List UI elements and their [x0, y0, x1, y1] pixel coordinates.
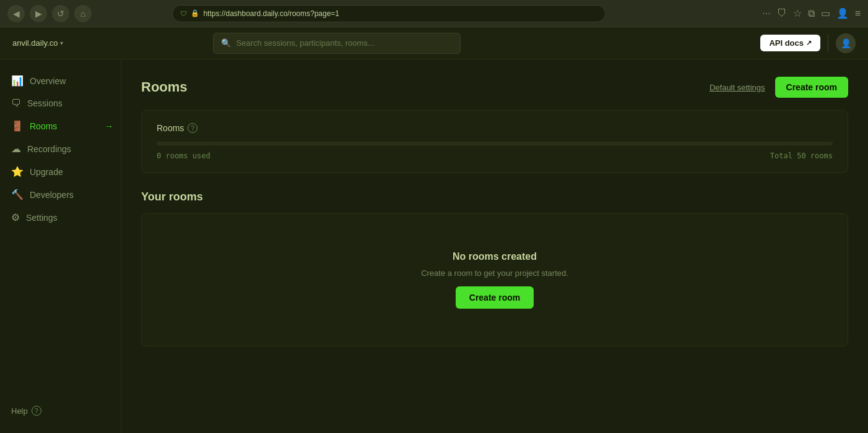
- help-icon: ?: [32, 406, 41, 416]
- sidebar: 📊 Overview 🗨 Sessions 🚪 Rooms → ☁ Record…: [0, 59, 121, 433]
- sidebar-item-recordings[interactable]: ☁ Recordings: [0, 137, 121, 160]
- star-icon[interactable]: ☆: [793, 7, 802, 19]
- page-header-actions: Default settings Create room: [710, 77, 848, 98]
- sidebar-item-rooms[interactable]: 🚪 Rooms →: [0, 114, 121, 137]
- rooms-progress-bar: [157, 142, 833, 145]
- developers-icon: 🔨: [11, 189, 24, 200]
- more-icon[interactable]: ···: [762, 8, 770, 19]
- rooms-used-label: 0 rooms used: [157, 152, 210, 160]
- upgrade-icon: ⭐: [11, 166, 24, 178]
- overview-icon: 📊: [11, 75, 24, 87]
- help-label: Help: [11, 406, 28, 416]
- sidebar-help[interactable]: Help ?: [0, 398, 121, 423]
- rooms-card-title: Rooms: [157, 123, 184, 133]
- home-button[interactable]: ⌂: [74, 5, 92, 22]
- tablet-icon[interactable]: ▭: [821, 7, 830, 19]
- chevron-down-icon: ▾: [60, 40, 63, 46]
- empty-rooms-title: No rooms created: [453, 251, 537, 262]
- address-bar[interactable]: 🛡 🔒 https://dashboard.daily.co/rooms?pag…: [172, 5, 605, 22]
- browser-right-controls: ··· ⛉ ☆ ⧉ ▭ 👤 ≡: [762, 7, 861, 19]
- default-settings-link[interactable]: Default settings: [710, 83, 765, 92]
- empty-rooms-card: No rooms created Create a room to get yo…: [141, 213, 848, 346]
- page-title: Rooms: [141, 79, 188, 95]
- sidebar-label-recordings: Recordings: [27, 144, 71, 154]
- header-search[interactable]: 🔍: [213, 33, 461, 54]
- library-icon[interactable]: ⧉: [808, 8, 815, 19]
- menu-icon[interactable]: ≡: [855, 8, 861, 19]
- active-arrow-icon: →: [105, 121, 113, 131]
- sessions-icon: 🗨: [11, 98, 21, 109]
- logo-text: anvil.daily.co: [12, 38, 58, 48]
- api-docs-button[interactable]: API docs ↗: [760, 35, 820, 51]
- pocket-icon[interactable]: ⛉: [777, 8, 787, 19]
- sidebar-label-sessions: Sessions: [27, 98, 63, 108]
- app-logo[interactable]: anvil.daily.co ▾: [12, 38, 63, 48]
- your-rooms-title: Your rooms: [141, 191, 848, 204]
- search-icon: 🔍: [221, 38, 231, 48]
- user-avatar[interactable]: 👤: [836, 33, 856, 53]
- api-docs-label: API docs: [769, 38, 804, 48]
- rooms-icon: 🚪: [11, 120, 24, 132]
- forward-button[interactable]: ▶: [30, 5, 47, 22]
- header-divider: [828, 35, 828, 52]
- shield-icon: 🛡: [180, 10, 187, 17]
- sidebar-item-upgrade[interactable]: ⭐ Upgrade: [0, 160, 121, 183]
- header-right: API docs ↗ 👤: [760, 33, 856, 53]
- sidebar-spacer: [0, 229, 121, 398]
- reload-button[interactable]: ↺: [52, 5, 69, 22]
- sidebar-item-sessions[interactable]: 🗨 Sessions: [0, 92, 121, 114]
- sidebar-item-developers[interactable]: 🔨 Developers: [0, 183, 121, 206]
- sidebar-item-settings[interactable]: ⚙ Settings: [0, 206, 121, 229]
- sidebar-label-developers: Developers: [30, 190, 74, 200]
- rooms-card-header: Rooms ?: [157, 123, 833, 133]
- back-button[interactable]: ◀: [7, 5, 25, 22]
- settings-icon: ⚙: [11, 212, 20, 223]
- url-text: https://dashboard.daily.co/rooms?page=1: [203, 9, 339, 18]
- sidebar-label-upgrade: Upgrade: [30, 167, 63, 177]
- empty-rooms-subtitle: Create a room to get your project starte…: [421, 268, 568, 278]
- create-room-button-header[interactable]: Create room: [775, 77, 848, 98]
- page-header: Rooms Default settings Create room: [141, 77, 848, 98]
- recordings-icon: ☁: [11, 143, 21, 155]
- lock-icon: 🔒: [191, 9, 199, 17]
- create-room-button-center[interactable]: Create room: [456, 286, 534, 309]
- main-with-sidebar: 📊 Overview 🗨 Sessions 🚪 Rooms → ☁ Record…: [0, 59, 868, 433]
- sidebar-label-overview: Overview: [30, 76, 66, 86]
- rooms-info-icon[interactable]: ?: [188, 123, 197, 133]
- rooms-usage-labels: 0 rooms used Total 50 rooms: [157, 152, 833, 160]
- rooms-card: Rooms ? 0 rooms used Total 50 rooms: [141, 110, 848, 173]
- sidebar-label-settings: Settings: [26, 213, 58, 223]
- profile-icon[interactable]: 👤: [836, 7, 849, 19]
- app-header: anvil.daily.co ▾ 🔍 API docs ↗ 👤: [0, 27, 868, 59]
- browser-chrome: ◀ ▶ ↺ ⌂ 🛡 🔒 https://dashboard.daily.co/r…: [0, 0, 868, 27]
- main-content: Rooms Default settings Create room Rooms…: [121, 59, 868, 433]
- app-layout: anvil.daily.co ▾ 🔍 API docs ↗ 👤 📊 Overvi…: [0, 27, 868, 433]
- sidebar-item-overview[interactable]: 📊 Overview: [0, 69, 121, 92]
- search-input[interactable]: [236, 38, 453, 48]
- rooms-total-label: Total 50 rooms: [770, 152, 833, 160]
- sidebar-label-rooms: Rooms: [30, 121, 57, 131]
- external-link-icon: ↗: [806, 39, 812, 47]
